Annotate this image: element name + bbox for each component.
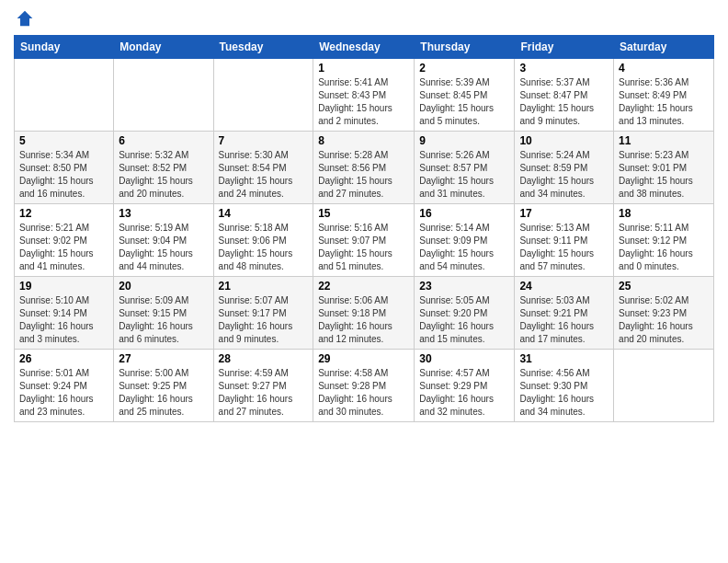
calendar-cell (114, 59, 213, 132)
logo (14, 9, 34, 28)
day-info: Sunrise: 5:30 AM Sunset: 8:54 PM Dayligh… (219, 149, 309, 201)
weekday-header: Thursday (415, 36, 515, 59)
day-info: Sunrise: 5:13 AM Sunset: 9:11 PM Dayligh… (519, 222, 609, 273)
weekday-header: Sunday (15, 36, 114, 59)
day-number: 24 (519, 280, 609, 293)
day-info: Sunrise: 4:57 AM Sunset: 9:29 PM Dayligh… (419, 367, 509, 419)
calendar-week-row: 1Sunrise: 5:41 AM Sunset: 8:43 PM Daylig… (15, 59, 714, 132)
day-info: Sunrise: 5:32 AM Sunset: 8:52 PM Dayligh… (119, 149, 208, 201)
calendar-cell: 5Sunrise: 5:34 AM Sunset: 8:50 PM Daylig… (15, 132, 114, 204)
day-info: Sunrise: 5:11 AM Sunset: 9:12 PM Dayligh… (619, 222, 709, 273)
day-info: Sunrise: 5:09 AM Sunset: 9:15 PM Dayligh… (119, 294, 208, 346)
day-info: Sunrise: 5:21 AM Sunset: 9:02 PM Dayligh… (19, 222, 108, 273)
calendar-cell: 26Sunrise: 5:01 AM Sunset: 9:24 PM Dayli… (15, 350, 114, 422)
day-info: Sunrise: 4:56 AM Sunset: 9:30 PM Dayligh… (519, 367, 609, 419)
day-number: 8 (318, 134, 409, 147)
logo-icon (16, 9, 34, 28)
day-number: 23 (419, 280, 509, 293)
calendar-cell: 16Sunrise: 5:14 AM Sunset: 9:09 PM Dayli… (415, 204, 515, 277)
day-number: 2 (419, 62, 509, 75)
calendar-cell: 30Sunrise: 4:57 AM Sunset: 9:29 PM Dayli… (415, 350, 515, 422)
day-info: Sunrise: 5:16 AM Sunset: 9:07 PM Dayligh… (318, 222, 409, 273)
calendar-header-row: SundayMondayTuesdayWednesdayThursdayFrid… (15, 36, 714, 59)
day-number: 19 (19, 280, 108, 293)
calendar-cell: 3Sunrise: 5:37 AM Sunset: 8:47 PM Daylig… (515, 59, 614, 132)
day-info: Sunrise: 5:24 AM Sunset: 8:59 PM Dayligh… (519, 149, 609, 201)
calendar-cell: 23Sunrise: 5:05 AM Sunset: 9:20 PM Dayli… (415, 277, 515, 350)
day-info: Sunrise: 5:06 AM Sunset: 9:18 PM Dayligh… (318, 294, 409, 346)
day-number: 21 (219, 280, 309, 293)
day-number: 10 (519, 134, 609, 147)
calendar-cell: 17Sunrise: 5:13 AM Sunset: 9:11 PM Dayli… (515, 204, 614, 277)
weekday-header: Tuesday (213, 36, 313, 59)
day-number: 27 (119, 352, 208, 365)
day-info: Sunrise: 5:14 AM Sunset: 9:09 PM Dayligh… (419, 222, 509, 273)
svg-marker-0 (17, 11, 33, 27)
day-info: Sunrise: 4:58 AM Sunset: 9:28 PM Dayligh… (318, 367, 409, 419)
calendar-cell: 10Sunrise: 5:24 AM Sunset: 8:59 PM Dayli… (515, 132, 614, 204)
header (14, 9, 714, 28)
calendar-week-row: 5Sunrise: 5:34 AM Sunset: 8:50 PM Daylig… (15, 132, 714, 204)
calendar-week-row: 19Sunrise: 5:10 AM Sunset: 9:14 PM Dayli… (15, 277, 714, 350)
day-number: 17 (519, 207, 609, 220)
weekday-header: Wednesday (313, 36, 415, 59)
day-number: 1 (318, 62, 409, 75)
weekday-header: Monday (114, 36, 213, 59)
day-number: 13 (119, 207, 208, 220)
weekday-header: Friday (515, 36, 614, 59)
calendar-cell (614, 350, 714, 422)
calendar-cell: 9Sunrise: 5:26 AM Sunset: 8:57 PM Daylig… (415, 132, 515, 204)
calendar-cell: 2Sunrise: 5:39 AM Sunset: 8:45 PM Daylig… (415, 59, 515, 132)
calendar-cell: 14Sunrise: 5:18 AM Sunset: 9:06 PM Dayli… (213, 204, 313, 277)
calendar-cell: 20Sunrise: 5:09 AM Sunset: 9:15 PM Dayli… (114, 277, 213, 350)
calendar-cell: 22Sunrise: 5:06 AM Sunset: 9:18 PM Dayli… (313, 277, 415, 350)
day-number: 31 (519, 352, 609, 365)
day-number: 14 (219, 207, 309, 220)
calendar-cell: 25Sunrise: 5:02 AM Sunset: 9:23 PM Dayli… (614, 277, 714, 350)
day-number: 16 (419, 207, 509, 220)
calendar-cell: 7Sunrise: 5:30 AM Sunset: 8:54 PM Daylig… (213, 132, 313, 204)
day-info: Sunrise: 5:05 AM Sunset: 9:20 PM Dayligh… (419, 294, 509, 346)
calendar-cell: 24Sunrise: 5:03 AM Sunset: 9:21 PM Dayli… (515, 277, 614, 350)
day-number: 18 (619, 207, 709, 220)
day-number: 11 (619, 134, 709, 147)
day-number: 3 (519, 62, 609, 75)
day-info: Sunrise: 5:28 AM Sunset: 8:56 PM Dayligh… (318, 149, 409, 201)
calendar-cell: 29Sunrise: 4:58 AM Sunset: 9:28 PM Dayli… (313, 350, 415, 422)
calendar-cell: 18Sunrise: 5:11 AM Sunset: 9:12 PM Dayli… (614, 204, 714, 277)
calendar-cell: 4Sunrise: 5:36 AM Sunset: 8:49 PM Daylig… (614, 59, 714, 132)
day-info: Sunrise: 5:00 AM Sunset: 9:25 PM Dayligh… (119, 367, 208, 419)
day-number: 7 (219, 134, 309, 147)
calendar-cell: 6Sunrise: 5:32 AM Sunset: 8:52 PM Daylig… (114, 132, 213, 204)
calendar-cell: 13Sunrise: 5:19 AM Sunset: 9:04 PM Dayli… (114, 204, 213, 277)
calendar-cell: 11Sunrise: 5:23 AM Sunset: 9:01 PM Dayli… (614, 132, 714, 204)
day-info: Sunrise: 5:01 AM Sunset: 9:24 PM Dayligh… (19, 367, 108, 419)
day-number: 22 (318, 280, 409, 293)
day-info: Sunrise: 5:07 AM Sunset: 9:17 PM Dayligh… (219, 294, 309, 346)
day-number: 12 (19, 207, 108, 220)
day-info: Sunrise: 5:26 AM Sunset: 8:57 PM Dayligh… (419, 149, 509, 201)
day-number: 29 (318, 352, 409, 365)
day-info: Sunrise: 5:23 AM Sunset: 9:01 PM Dayligh… (619, 149, 709, 201)
day-number: 26 (19, 352, 108, 365)
day-info: Sunrise: 5:41 AM Sunset: 8:43 PM Dayligh… (318, 76, 409, 128)
calendar-cell: 8Sunrise: 5:28 AM Sunset: 8:56 PM Daylig… (313, 132, 415, 204)
calendar-week-row: 26Sunrise: 5:01 AM Sunset: 9:24 PM Dayli… (15, 350, 714, 422)
calendar-cell (213, 59, 313, 132)
calendar-cell: 19Sunrise: 5:10 AM Sunset: 9:14 PM Dayli… (15, 277, 114, 350)
day-number: 5 (19, 134, 108, 147)
day-number: 9 (419, 134, 509, 147)
day-number: 20 (119, 280, 208, 293)
day-number: 15 (318, 207, 409, 220)
day-info: Sunrise: 5:02 AM Sunset: 9:23 PM Dayligh… (619, 294, 709, 346)
day-info: Sunrise: 5:34 AM Sunset: 8:50 PM Dayligh… (19, 149, 108, 201)
day-number: 30 (419, 352, 509, 365)
page-container: SundayMondayTuesdayWednesdayThursdayFrid… (0, 0, 728, 431)
calendar-cell (15, 59, 114, 132)
calendar-cell: 1Sunrise: 5:41 AM Sunset: 8:43 PM Daylig… (313, 59, 415, 132)
day-info: Sunrise: 5:36 AM Sunset: 8:49 PM Dayligh… (619, 76, 709, 128)
day-number: 25 (619, 280, 709, 293)
day-info: Sunrise: 5:37 AM Sunset: 8:47 PM Dayligh… (519, 76, 609, 128)
day-info: Sunrise: 5:39 AM Sunset: 8:45 PM Dayligh… (419, 76, 509, 128)
calendar-week-row: 12Sunrise: 5:21 AM Sunset: 9:02 PM Dayli… (15, 204, 714, 277)
